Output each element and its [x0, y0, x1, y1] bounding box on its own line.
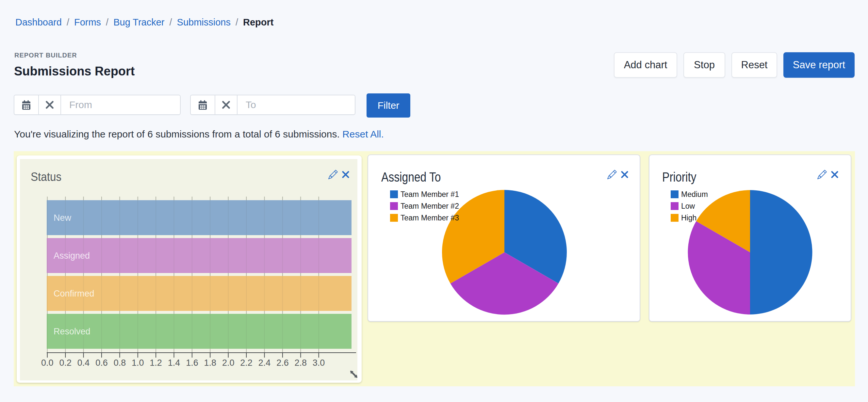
svg-text:2.4: 2.4 [258, 358, 271, 368]
svg-text:0.2: 0.2 [59, 358, 71, 368]
svg-text:2.0: 2.0 [222, 358, 235, 368]
svg-text:0.4: 0.4 [78, 358, 90, 368]
svg-text:0.6: 0.6 [95, 358, 108, 368]
svg-text:2.8: 2.8 [295, 358, 307, 368]
svg-text:Status: Status [31, 170, 61, 184]
svg-text:1.6: 1.6 [186, 358, 198, 368]
svg-text:Confirmed: Confirmed [54, 289, 94, 299]
svg-text:Resolved: Resolved [54, 327, 91, 336]
svg-text:1.2: 1.2 [150, 358, 162, 368]
svg-text:0.8: 0.8 [114, 358, 126, 368]
svg-text:1.0: 1.0 [132, 358, 144, 368]
svg-text:2.6: 2.6 [276, 358, 289, 368]
svg-text:3.0: 3.0 [313, 358, 325, 368]
svg-text:New: New [54, 213, 71, 223]
svg-text:1.4: 1.4 [168, 358, 180, 368]
svg-text:Assigned: Assigned [54, 251, 90, 260]
svg-text:0.0: 0.0 [41, 358, 54, 368]
svg-text:2.2: 2.2 [240, 358, 252, 368]
svg-text:1.8: 1.8 [204, 358, 217, 368]
